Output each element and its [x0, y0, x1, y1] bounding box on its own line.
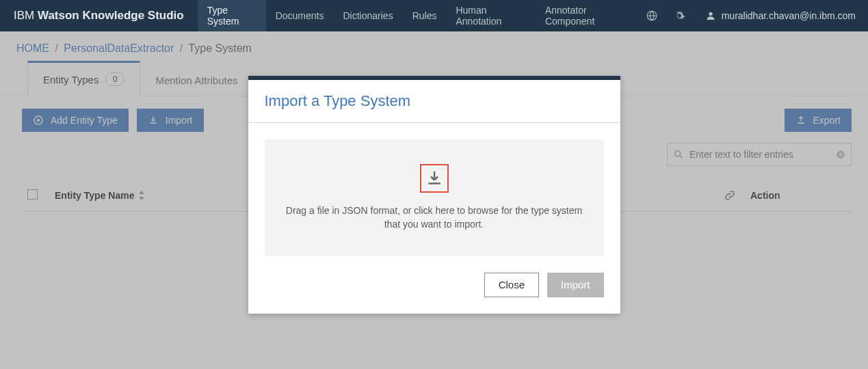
nav-type-system[interactable]: Type System: [198, 0, 266, 31]
download-icon: [424, 168, 445, 189]
nav-documents[interactable]: Documents: [266, 0, 334, 31]
gear-icon[interactable]: [666, 0, 693, 31]
brand: IBM Watson Knowledge Studio: [0, 9, 198, 23]
close-button[interactable]: Close: [484, 273, 539, 297]
dropzone-highlight: [420, 164, 449, 193]
brand-prefix: IBM: [14, 9, 34, 22]
user-icon: [705, 10, 716, 21]
top-bar: IBM Watson Knowledge Studio Type System …: [0, 0, 868, 31]
import-modal: Import a Type System Drag a file in JSON…: [248, 76, 620, 314]
dropzone[interactable]: Drag a file in JSON format, or click her…: [265, 139, 604, 256]
brand-title: Watson Knowledge Studio: [38, 9, 184, 22]
modal-title: Import a Type System: [265, 92, 604, 110]
dropzone-message: Drag a file in JSON format, or click her…: [285, 204, 583, 232]
nav-annotator-component[interactable]: Annotator Component: [536, 0, 638, 31]
globe-icon[interactable]: [638, 0, 666, 31]
top-right: muralidhar.chavan@in.ibm.com: [638, 0, 868, 31]
main-nav: Type System Documents Dictionaries Rules…: [198, 0, 638, 31]
nav-rules[interactable]: Rules: [403, 0, 447, 31]
svg-point-1: [709, 12, 712, 16]
user-email: muralidhar.chavan@in.ibm.com: [722, 10, 856, 21]
nav-dictionaries[interactable]: Dictionaries: [334, 0, 403, 31]
modal-overlay[interactable]: Import a Type System Drag a file in JSON…: [0, 31, 868, 369]
nav-human-annotation[interactable]: Human Annotation: [446, 0, 535, 31]
modal-import-button[interactable]: Import: [547, 273, 604, 297]
modal-footer: Close Import: [248, 273, 620, 314]
modal-header: Import a Type System: [248, 80, 620, 123]
user-menu[interactable]: muralidhar.chavan@in.ibm.com: [693, 10, 868, 21]
